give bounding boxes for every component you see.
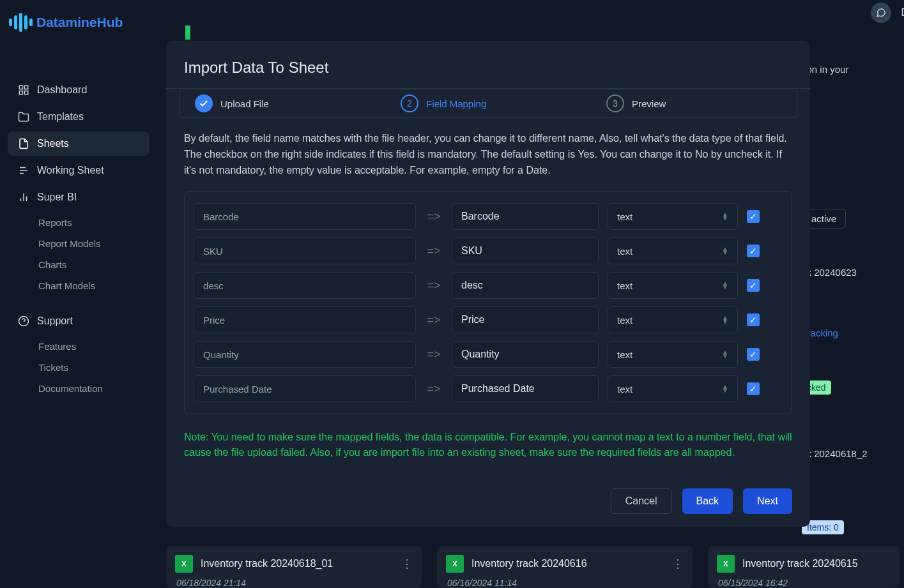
back-button[interactable]: Back bbox=[682, 488, 733, 514]
svg-rect-2 bbox=[19, 91, 22, 94]
type-select[interactable]: text ▲▼ bbox=[608, 272, 738, 299]
sheet-card-date: 06/15/2024 16:42 bbox=[717, 578, 891, 588]
check-icon bbox=[195, 94, 213, 112]
step-label: Preview bbox=[632, 98, 666, 109]
target-field-input[interactable] bbox=[452, 375, 599, 402]
sidebar-item-label: Super BI bbox=[37, 192, 77, 203]
target-field-input[interactable] bbox=[452, 237, 599, 264]
mapping-row: => text ▲▼ ✓ bbox=[194, 306, 783, 333]
step-number: 2 bbox=[401, 94, 418, 112]
stepper: Upload File 2 Field Mapping 3 Preview bbox=[179, 89, 797, 118]
folder-icon bbox=[18, 111, 29, 123]
svg-rect-0 bbox=[19, 86, 22, 89]
next-button[interactable]: Next bbox=[743, 488, 792, 514]
sheet-card[interactable]: X Inventory track 20240616 ⋮ 06/16/2024 … bbox=[437, 546, 693, 588]
sheet-card-title: Inventory track 20240618_01 bbox=[201, 558, 394, 569]
arrow-separator: => bbox=[425, 313, 443, 327]
sidebar-subitem-features[interactable]: Features bbox=[8, 336, 149, 357]
cancel-button[interactable]: Cancel bbox=[611, 488, 672, 514]
sidebar-subitem-reports[interactable]: Reports bbox=[8, 212, 149, 233]
source-field-input[interactable] bbox=[194, 341, 416, 368]
target-field-input[interactable] bbox=[452, 272, 599, 299]
source-field-input[interactable] bbox=[194, 306, 416, 333]
source-field-input[interactable] bbox=[194, 272, 416, 299]
mapping-container: => text ▲▼ ✓ => text bbox=[184, 191, 792, 414]
mandatory-checkbox[interactable]: ✓ bbox=[747, 245, 760, 257]
sheet-card-title: Inventory track 20240615 bbox=[742, 558, 891, 569]
step-field-mapping[interactable]: 2 Field Mapping bbox=[385, 89, 591, 117]
target-field-input[interactable] bbox=[452, 341, 599, 368]
source-field-input[interactable] bbox=[194, 237, 416, 264]
sidebar-subitem-report-models[interactable]: Report Models bbox=[8, 233, 149, 254]
sidebar-item-templates[interactable]: Templates bbox=[8, 105, 149, 129]
type-select[interactable]: text ▲▼ bbox=[608, 306, 738, 333]
chevron-updown-icon: ▲▼ bbox=[722, 385, 728, 393]
sheet-card-title: Inventory track 20240616 bbox=[471, 558, 664, 569]
sidebar-subitem-chart-models[interactable]: Chart Models bbox=[8, 275, 149, 296]
sidebar-subitem-charts[interactable]: Charts bbox=[8, 254, 149, 275]
sheet-card[interactable]: X Inventory track 20240615 06/15/2024 16… bbox=[708, 546, 900, 588]
excel-icon: X bbox=[446, 555, 464, 573]
sheet-card[interactable]: X Inventory track 20240618_01 ⋮ 06/18/20… bbox=[166, 546, 422, 588]
more-icon[interactable]: ⋮ bbox=[401, 557, 413, 571]
note-text: Note: You need to make sure the mapped f… bbox=[184, 430, 792, 460]
mandatory-checkbox[interactable]: ✓ bbox=[747, 210, 760, 223]
mapping-row: => text ▲▼ ✓ bbox=[194, 203, 783, 230]
sidebar-item-working-sheet[interactable]: Working Sheet bbox=[8, 158, 149, 183]
brand-name: DatamineHub bbox=[36, 15, 123, 30]
background-partial: tion in your active ck 20240623 Tracking… bbox=[802, 0, 904, 534]
sidebar-item-label: Dashboard bbox=[37, 84, 87, 96]
sheet-icon bbox=[18, 138, 29, 149]
step-preview[interactable]: 3 Preview bbox=[591, 89, 797, 117]
working-sheet-icon bbox=[18, 165, 29, 176]
help-icon bbox=[18, 315, 29, 327]
logo-bars-icon bbox=[9, 13, 33, 32]
source-field-input[interactable] bbox=[194, 375, 416, 402]
type-select[interactable]: text ▲▼ bbox=[608, 203, 738, 230]
svg-rect-1 bbox=[25, 86, 28, 89]
target-field-input[interactable] bbox=[452, 203, 599, 230]
sidebar-subitem-documentation[interactable]: Documentation bbox=[8, 378, 149, 399]
import-modal: Import Data To Sheet Upload File 2 Field… bbox=[166, 41, 810, 527]
step-number: 3 bbox=[606, 94, 624, 112]
sheet-card-date: 06/18/2024 21:14 bbox=[175, 578, 413, 588]
excel-icon: X bbox=[717, 555, 735, 573]
svg-rect-3 bbox=[25, 91, 28, 94]
sidebar-subitem-tickets[interactable]: Tickets bbox=[8, 357, 149, 378]
sidebar-item-label: Sheets bbox=[37, 138, 69, 149]
sidebar-item-label: Working Sheet bbox=[37, 165, 104, 176]
sidebar: DatamineHub Dashboard Templates Sheets bbox=[0, 0, 157, 588]
source-field-input[interactable] bbox=[194, 203, 416, 230]
sidebar-item-dashboard[interactable]: Dashboard bbox=[8, 78, 149, 102]
sidebar-item-label: Templates bbox=[37, 111, 84, 123]
step-label: Field Mapping bbox=[426, 98, 486, 109]
mandatory-checkbox[interactable]: ✓ bbox=[747, 279, 760, 292]
chart-icon bbox=[18, 192, 29, 203]
modal-title: Import Data To Sheet bbox=[184, 59, 792, 77]
sidebar-item-sheets[interactable]: Sheets bbox=[8, 132, 149, 156]
type-select[interactable]: text ▲▼ bbox=[608, 237, 738, 264]
mapping-row: => text ▲▼ ✓ bbox=[194, 375, 783, 402]
sidebar-item-support[interactable]: Support bbox=[8, 309, 149, 333]
mapping-row: => text ▲▼ ✓ bbox=[194, 272, 783, 299]
chevron-updown-icon: ▲▼ bbox=[722, 351, 728, 358]
mandatory-checkbox[interactable]: ✓ bbox=[747, 313, 760, 326]
main-area: Da tion in your active ck 20240623 Track… bbox=[157, 0, 904, 588]
arrow-separator: => bbox=[425, 210, 443, 223]
excel-icon: X bbox=[175, 555, 193, 573]
target-field-input[interactable] bbox=[452, 306, 599, 333]
mandatory-checkbox[interactable]: ✓ bbox=[747, 348, 760, 361]
sidebar-item-super-bi[interactable]: Super BI bbox=[8, 185, 149, 209]
accent-bar bbox=[185, 26, 190, 40]
more-icon[interactable]: ⋮ bbox=[672, 557, 684, 571]
brand-logo[interactable]: DatamineHub bbox=[0, 8, 157, 47]
mandatory-checkbox[interactable]: ✓ bbox=[747, 382, 760, 395]
type-select[interactable]: text ▲▼ bbox=[608, 341, 738, 368]
mapping-row: => text ▲▼ ✓ bbox=[194, 341, 783, 368]
type-select[interactable]: text ▲▼ bbox=[608, 375, 738, 402]
bg-link[interactable]: Tracking bbox=[802, 328, 904, 338]
bg-row: ck 20240623 bbox=[802, 267, 904, 278]
step-label: Upload File bbox=[220, 98, 269, 109]
step-upload-file[interactable]: Upload File bbox=[180, 89, 385, 117]
bg-text: tion in your bbox=[802, 64, 904, 75]
